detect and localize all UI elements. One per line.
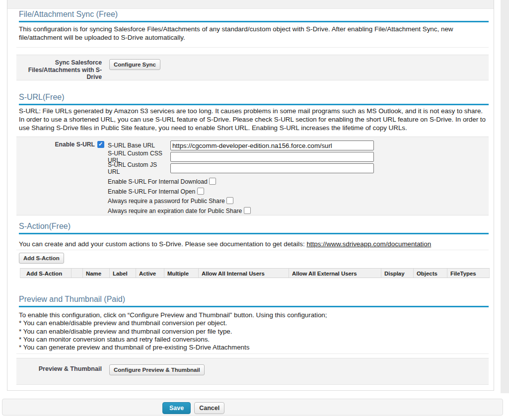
page-right-margin: [501, 0, 509, 393]
column-header-name: Name: [83, 269, 110, 278]
preview-bullet: * You can enable/disable preview and thu…: [19, 319, 487, 327]
file-sync-description: This configuration is for syncing Salesf…: [19, 25, 487, 42]
divider: [16, 250, 489, 250]
saction-description: You can create and add your custom actio…: [19, 240, 487, 249]
column-header-multiple: Multiple: [164, 269, 199, 278]
preview-bullet: * You can generate preview and thumbnail…: [19, 344, 487, 351]
column-header-external-users: Allow All External Users: [289, 269, 381, 278]
preview-bullet: * You can monitor conversion status and …: [19, 336, 487, 344]
preview-description: To enable this configuration, click on “…: [19, 311, 487, 351]
footer-button-bar: Save Cancel: [2, 399, 503, 416]
section-title-saction: S-Action(Free): [19, 221, 489, 234]
section-title-file-sync: File/Attachment Sync (Free): [19, 9, 489, 22]
cancel-button[interactable]: Cancel: [194, 402, 224, 414]
save-button[interactable]: Save: [162, 402, 191, 414]
column-header-empty: [72, 269, 83, 278]
section-title-surl: S-URL(Free): [19, 92, 489, 105]
divider: [16, 47, 489, 48]
column-header-filetypes: FileTypes: [447, 269, 490, 278]
footer-buttons: Save Cancel: [162, 402, 224, 414]
preview-bullet: * You can enable/disable preview and thu…: [19, 328, 487, 336]
preview-intro: To enable this configuration, click on “…: [19, 311, 487, 319]
divider: [16, 353, 489, 354]
section-title-preview: Preview and Thumbnail (Paid): [19, 294, 489, 307]
documentation-link[interactable]: https://www.sdriveapp.com/documentation: [306, 240, 431, 248]
column-header-internal-users: Allow All Internal Users: [199, 269, 289, 278]
column-header-objects: Objects: [414, 269, 447, 278]
column-header-active: Active: [136, 269, 164, 278]
content-column: File/Attachment Sync (Free) This configu…: [19, 0, 489, 390]
surl-description: S-URL: File URLs generated by Amazon S3 …: [19, 107, 487, 132]
add-saction-button[interactable]: Add S-Action: [19, 253, 64, 264]
column-header-display: Display: [381, 269, 414, 278]
column-header-add-saction: Add S-Action: [20, 269, 72, 278]
saction-table-header: Add S-Action Name Label Active Multiple …: [20, 268, 490, 278]
settings-panel: Sync Salesforce Files/Attachments with S…: [7, 0, 494, 391]
column-header-label: Label: [110, 269, 136, 278]
